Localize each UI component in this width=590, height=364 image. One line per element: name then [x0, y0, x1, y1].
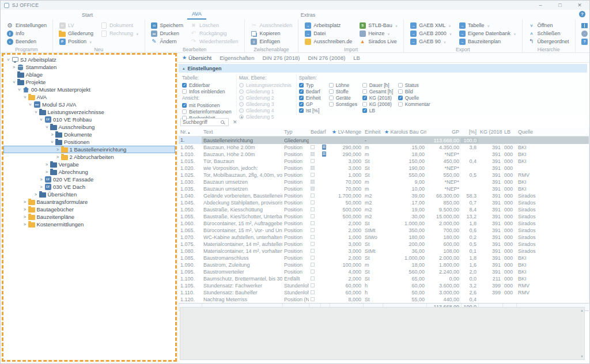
- bedarf-checkbox[interactable]: [311, 256, 315, 260]
- column-header-einheit[interactable]: Einheit: [363, 129, 383, 135]
- tree-item-bauantragsformulare[interactable]: >Bauantragsformulare: [3, 198, 175, 206]
- checkbox-gesamt-h[interactable]: [362, 89, 367, 94]
- tree-expander-icon[interactable]: >: [45, 124, 49, 130]
- help-icon[interactable]: ?: [579, 11, 585, 17]
- column-header-gp[interactable]: GP: [426, 129, 461, 135]
- tree-item-abrechnung[interactable]: >Abrechnung: [3, 168, 175, 176]
- tree-expander-icon[interactable]: >: [55, 147, 60, 151]
- collapse-icon[interactable]: ▴: [183, 66, 185, 71]
- tree-expander-icon[interactable]: >: [23, 94, 27, 100]
- checkbox-dauer-h[interactable]: [362, 83, 367, 88]
- bauzeitenplan-button[interactable]: →Bauzeitenplan: [456, 37, 518, 46]
- bedarf-checkbox[interactable]: [311, 290, 315, 294]
- checkbox-editierbar[interactable]: [182, 83, 187, 88]
- checkbox-ist[interactable]: [299, 108, 304, 113]
- column-header-kg[interactable]: KG (2018): [478, 129, 502, 135]
- tree-item-dokumente[interactable]: >Dokumente: [3, 131, 175, 138]
- table-row[interactable]: 1.105.Stundensatz: FachwerkerStundenlohn…: [179, 282, 589, 289]
- bedarf-checkbox[interactable]: [311, 242, 315, 246]
- tree-expander-icon[interactable]: >: [39, 185, 44, 189]
- bedarf-checkbox[interactable]: [311, 207, 315, 211]
- eigene-datenbank-button[interactable]: →Eigene Datenbank∨: [456, 29, 518, 37]
- minimize-button[interactable]: –: [531, 1, 550, 10]
- close-button[interactable]: ✕: [570, 1, 589, 10]
- table-row[interactable]: 1.005.Bauzaun, Höhe 2.00mPosition290,000…: [179, 144, 589, 151]
- tree-expander-icon[interactable]: >: [12, 79, 16, 85]
- heinze-button[interactable]: Heinze∨: [357, 29, 400, 37]
- tree-item-030-ve-dach[interactable]: >LV030 VE Dach: [3, 183, 175, 191]
- öffnen-button[interactable]: >Öffnen: [526, 21, 572, 29]
- column-header-menge[interactable]: ★ LV-Menge: [330, 129, 363, 135]
- checkbox-quelle[interactable]: [398, 96, 403, 100]
- bedarf-checkbox[interactable]: [311, 166, 315, 170]
- tree-item-ava[interactable]: >AVA: [3, 93, 175, 101]
- bedarf-checkbox[interactable]: [311, 270, 315, 274]
- bedarf-checkbox[interactable]: [311, 263, 315, 267]
- arbeitsplatz-button[interactable]: →Arbeitsplatz: [302, 21, 354, 29]
- settings-header[interactable]: ▴ Einstellungen: [179, 64, 587, 73]
- table-row[interactable]: 1.020.wie Vorposition, jedoch:Position3,…: [179, 165, 589, 172]
- column-header-pct[interactable]: [%]: [461, 129, 478, 135]
- gaeb-90-button[interactable]: →GAEB 90∨: [407, 37, 454, 46]
- einstellungen-button[interactable]: ⚙Einstellungen: [4, 21, 49, 29]
- table-row[interactable]: 1.010.Bauzaun, Höhe 2.00mPosition290,000…: [179, 151, 589, 158]
- beenden-button[interactable]: ●Beenden: [4, 37, 49, 46]
- tree-expander-icon[interactable]: >: [22, 200, 28, 204]
- column-header-quelle[interactable]: Quelle: [516, 129, 539, 135]
- gliederung-button[interactable]: Gliederung: [56, 29, 96, 37]
- checkbox-sonstiges[interactable]: [329, 102, 334, 107]
- position-button[interactable]: PPosition∨: [56, 37, 96, 46]
- column-header-bedarf[interactable]: Bedarf: [309, 129, 330, 135]
- tree-expander-icon[interactable]: >: [44, 162, 50, 166]
- tree-item-ausschreibung[interactable]: >Ausschreibung: [3, 123, 175, 131]
- tree-item-modul-sj-ava[interactable]: >avaModul SJ AVA: [3, 101, 175, 108]
- ribbon-tab-start[interactable]: Start: [77, 11, 97, 20]
- checkbox-geräte[interactable]: [329, 96, 334, 100]
- tree-item-1-baustelleneinrichtung[interactable]: >1 Baustelleneinrichtung: [3, 146, 175, 153]
- bedarf-checkbox[interactable]: [311, 159, 315, 163]
- table-row[interactable]: 1.095.BaustromverteilerPosition4,000St56…: [179, 268, 589, 275]
- gaeb-xml-button[interactable]: →GAEB XML∨: [407, 21, 454, 29]
- tree-expander-icon[interactable]: >: [22, 215, 28, 219]
- tree-expander-icon[interactable]: >: [22, 222, 28, 226]
- checkbox-typ[interactable]: [299, 83, 304, 88]
- tree-item-kostenermittlungen[interactable]: >Kostenermittlungen: [3, 221, 175, 228]
- table-row[interactable]: 1.065.Bürocontainer, 15 m², Vor- und Unt…: [179, 227, 589, 234]
- tree-item-bauzeitenpläne[interactable]: >Bauzeitenpläne: [3, 213, 175, 221]
- table-row[interactable]: 1.035.Bauzaun umsetzenPosition70,000m10,…: [179, 185, 589, 192]
- bedarf-checkbox[interactable]: [311, 297, 315, 301]
- tree-expander-icon[interactable]: >: [12, 65, 17, 69]
- tree-item-projekte[interactable]: >Projekte: [3, 78, 175, 86]
- ribbon-tab-ava[interactable]: AVA: [187, 10, 206, 20]
- tree-expander-icon[interactable]: >: [22, 207, 28, 211]
- table-row[interactable]: 1.070.WC-Kabine aufstellen, unterhaltenP…: [179, 234, 589, 241]
- checkbox-kommentar[interactable]: [398, 102, 403, 107]
- table-row[interactable]: 1.110.Stundensatz: BauhelferStundenlohn6…: [179, 289, 589, 296]
- tree-item-020-ve-fassade[interactable]: >LV020 VE Fassade: [3, 176, 175, 183]
- tree-item-stammdaten[interactable]: >Stammdaten: [3, 63, 175, 71]
- bedarf-checkbox[interactable]: [311, 145, 315, 149]
- ribbon-tab-extras[interactable]: Extras: [296, 11, 320, 20]
- checkbox-gp[interactable]: [299, 102, 304, 107]
- tree-item-010-ve-rohbau[interactable]: >LV010 VE Rohbau: [3, 116, 175, 123]
- tree-expander-icon[interactable]: >: [17, 87, 21, 92]
- faq-button[interactable]: ?FAQ: [579, 37, 590, 46]
- table-row[interactable]: 1.040.Gelände vorbereiten, Baustellenein…: [179, 192, 589, 199]
- tree-expander-icon[interactable]: >: [28, 102, 32, 107]
- bedarf-checkbox[interactable]: [311, 214, 315, 218]
- column-header-lb[interactable]: LB: [502, 129, 516, 135]
- bedarf-checkbox[interactable]: [311, 194, 315, 198]
- clear-search-icon[interactable]: ✕: [232, 119, 239, 125]
- tree-item-2-abbrucharbeiten[interactable]: >2 Abbrucharbeiten: [3, 153, 175, 161]
- checkbox-bieterinformationen[interactable]: [182, 109, 187, 114]
- ändern-button[interactable]: ✎Ändern: [149, 37, 186, 46]
- tree-expander-icon[interactable]: >: [33, 192, 39, 196]
- tree-item-vergabe[interactable]: >Vergabe: [3, 161, 175, 168]
- tree-expander-icon[interactable]: >: [50, 132, 55, 136]
- tree-expander-icon[interactable]: >: [6, 57, 10, 62]
- übergeordnet-button[interactable]: ↰Übergeordnet: [526, 37, 572, 46]
- handbücher-button[interactable]: Handbücher∨: [579, 21, 590, 29]
- drucken-button[interactable]: ▬Drucken: [149, 29, 186, 37]
- gaeb-2000-button[interactable]: →GAEB 2000∨: [407, 29, 454, 37]
- column-header-text[interactable]: Text: [202, 129, 282, 135]
